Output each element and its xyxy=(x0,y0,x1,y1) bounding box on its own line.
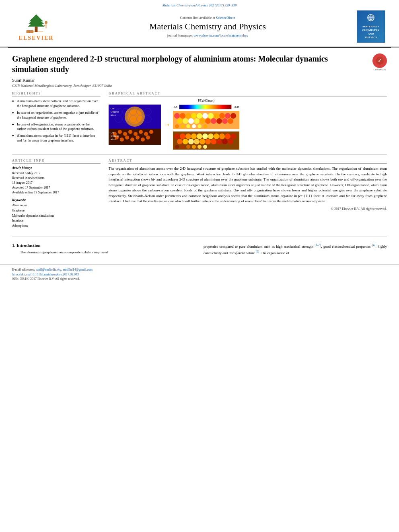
svg-text:On: On xyxy=(111,131,114,134)
svg-point-104 xyxy=(192,145,196,149)
abstract-text: The organization of aluminium atoms over… xyxy=(109,166,387,204)
ga-simulation-image: Off- Organiz- ation On Organiz- ation xyxy=(109,105,161,145)
svg-point-101 xyxy=(175,145,179,149)
svg-point-88 xyxy=(219,134,225,139)
intro-text-col1: The aluminium/graphene nano-composite ex… xyxy=(12,250,195,255)
intro-col-2: properties compared to pure aluminium su… xyxy=(204,243,387,256)
svg-point-94 xyxy=(194,139,200,144)
main-content: Graphene engendered 2-D structural morph… xyxy=(0,48,399,260)
keywords-section: Keywords: Aluminium Graphene Molecular d… xyxy=(12,198,101,229)
email-1-link[interactable]: sunil@mnlindia.org xyxy=(36,268,62,271)
svg-point-5 xyxy=(45,21,47,24)
svg-point-86 xyxy=(208,134,214,139)
svg-point-67 xyxy=(200,118,205,124)
ref-1-3: [1–3] xyxy=(315,243,321,247)
svg-point-91 xyxy=(177,139,183,144)
svg-point-82 xyxy=(185,134,191,139)
ref-5: [5] xyxy=(255,250,259,253)
keywords-list: Aluminium Graphene Molecular dynamics si… xyxy=(12,203,101,229)
graphical-abstract-section: GRAPHICAL ABSTRACT xyxy=(109,92,387,150)
svg-point-72 xyxy=(228,118,233,124)
svg-point-34 xyxy=(134,132,138,136)
pe-value-right: -3.35 xyxy=(233,105,239,109)
svg-point-84 xyxy=(197,134,202,139)
highlights-graphical-section: HIGHLIGHTS Aluminium atoms show both on-… xyxy=(12,92,387,150)
svg-point-105 xyxy=(197,145,202,149)
keyword-item: Interface xyxy=(12,218,101,224)
received-date: Received 6 May 2017 xyxy=(12,171,101,176)
pe-colorbar xyxy=(179,105,232,109)
homepage-url[interactable]: www.elsevier.com/locate/matchemphys xyxy=(193,33,248,37)
svg-point-41 xyxy=(130,138,134,142)
elsevier-logo: ELSEVIER xyxy=(12,12,60,41)
ga-right-images: PE (eV/atom) -3.5 -3.35 xyxy=(173,99,239,150)
svg-point-75 xyxy=(186,124,190,128)
svg-point-71 xyxy=(222,118,228,124)
sciencedirect-link[interactable]: ScienceDirect xyxy=(216,16,235,20)
introduction-section: 1. Introduction The aluminium/graphene n… xyxy=(12,243,387,256)
header-inner: ELSEVIER Contents lists available at Sci… xyxy=(8,8,391,45)
italic-fcc-1: fcc xyxy=(298,194,302,198)
highlights-list: Aluminium atoms show both on- and off-or… xyxy=(12,99,101,143)
svg-point-96 xyxy=(205,139,211,144)
svg-point-59 xyxy=(214,113,219,119)
intro-text-col2: properties compared to pure aluminium su… xyxy=(204,243,387,256)
svg-point-78 xyxy=(203,124,207,128)
svg-point-53 xyxy=(180,113,185,119)
intro-heading: 1. Introduction xyxy=(12,243,195,248)
svg-point-99 xyxy=(222,139,228,144)
svg-point-62 xyxy=(230,113,236,119)
svg-point-54 xyxy=(185,113,191,119)
svg-point-106 xyxy=(203,145,207,149)
abstract-label: ABSTRACT xyxy=(109,159,387,164)
svg-point-74 xyxy=(181,124,185,128)
revised-date: 18 August 2017 xyxy=(12,181,101,185)
svg-point-85 xyxy=(202,134,208,139)
copyright-footer: 0254-0584/© 2017 Elsevier B.V. All right… xyxy=(12,277,387,281)
svg-text:Off-: Off- xyxy=(111,107,115,110)
highlights-section: HIGHLIGHTS Aluminium atoms show both on-… xyxy=(12,92,101,150)
pe-value-left: -3.5 xyxy=(173,105,177,109)
section-divider-1 xyxy=(12,154,387,155)
copyright-notice: © 2017 Elsevier B.V. All rights reserved… xyxy=(109,207,387,211)
svg-point-35 xyxy=(139,130,143,134)
svg-point-89 xyxy=(225,134,230,139)
svg-point-92 xyxy=(183,139,188,144)
history-label: Article history: xyxy=(12,166,101,170)
list-item: In case of on-organization, atoms organi… xyxy=(12,111,101,120)
footer: E-mail addresses: sunil@mnlindia.org, su… xyxy=(0,264,399,284)
svg-point-44 xyxy=(146,136,150,140)
svg-point-61 xyxy=(225,113,230,119)
svg-point-52 xyxy=(174,113,180,119)
article-info-label: ARTICLE INFO xyxy=(12,159,101,164)
journal-header: Materials Chemistry and Physics 202 (201… xyxy=(0,0,399,47)
svg-point-42 xyxy=(136,136,140,140)
svg-point-60 xyxy=(219,113,225,119)
svg-point-43 xyxy=(141,138,145,142)
available-date: Available online 19 September 2017 xyxy=(12,190,101,195)
svg-point-76 xyxy=(192,124,196,128)
ga-arrow-icon: → xyxy=(163,121,171,129)
email-2-link[interactable]: sunilltd14@gmail.com xyxy=(63,268,93,271)
intro-col-1: 1. Introduction The aluminium/graphene n… xyxy=(12,243,195,256)
svg-point-93 xyxy=(188,139,194,144)
svg-point-100 xyxy=(228,139,233,144)
journal-logo-icon xyxy=(364,14,378,25)
list-item: Aluminium atoms organize in fcc {111} fa… xyxy=(12,134,101,143)
ga-on-org-image xyxy=(173,131,239,150)
svg-rect-0 xyxy=(35,27,38,32)
svg-point-32 xyxy=(123,132,127,136)
journal-logo-right: MATERIALSCHEMISTRYANDPHYSICS xyxy=(355,10,387,43)
svg-point-63 xyxy=(177,118,183,124)
keyword-item: Molecular dynamics simulations xyxy=(12,214,101,219)
list-item: Aluminium atoms show both on- and off-or… xyxy=(12,99,101,109)
svg-point-98 xyxy=(216,139,222,144)
elsevier-brand: ELSEVIER xyxy=(19,35,54,41)
svg-point-80 xyxy=(174,134,180,139)
contents-line: Contents lists available at ScienceDirec… xyxy=(64,16,351,20)
svg-point-31 xyxy=(118,130,122,134)
svg-text:Organiz-: Organiz- xyxy=(111,135,120,137)
svg-point-37 xyxy=(149,130,153,134)
svg-point-70 xyxy=(216,118,222,124)
graphical-abstract-content: Off- Organiz- ation On Organiz- ation → xyxy=(109,99,387,150)
